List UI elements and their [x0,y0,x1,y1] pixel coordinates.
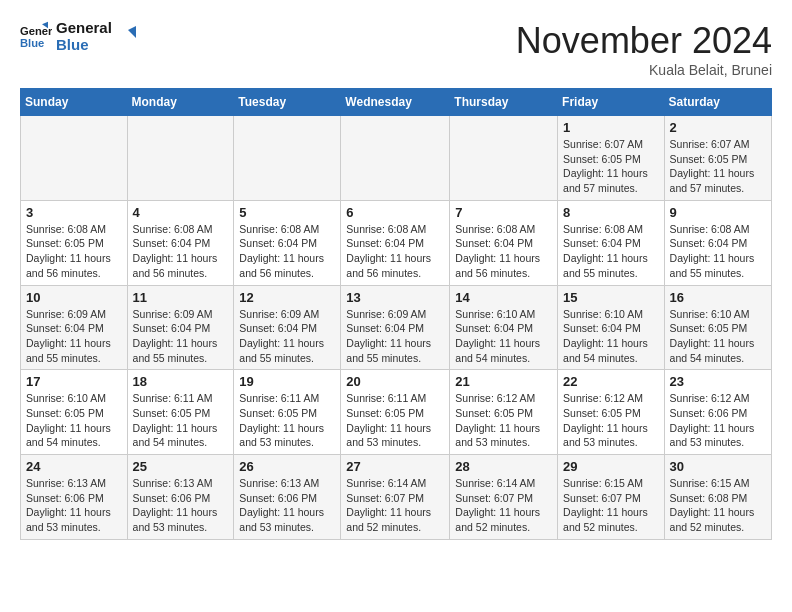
day-number: 10 [26,290,122,305]
calendar-table: SundayMondayTuesdayWednesdayThursdayFrid… [20,88,772,540]
day-info: Sunrise: 6:09 AMSunset: 6:04 PMDaylight:… [239,307,335,366]
day-info: Sunrise: 6:08 AMSunset: 6:04 PMDaylight:… [670,222,766,281]
day-number: 19 [239,374,335,389]
day-number: 27 [346,459,444,474]
day-number: 1 [563,120,659,135]
week-row-1: 1Sunrise: 6:07 AMSunset: 6:05 PMDaylight… [21,116,772,201]
calendar-body: 1Sunrise: 6:07 AMSunset: 6:05 PMDaylight… [21,116,772,540]
day-cell-2: 2Sunrise: 6:07 AMSunset: 6:05 PMDaylight… [664,116,771,201]
day-cell-6: 6Sunrise: 6:08 AMSunset: 6:04 PMDaylight… [341,200,450,285]
day-cell-1: 1Sunrise: 6:07 AMSunset: 6:05 PMDaylight… [558,116,665,201]
day-number: 15 [563,290,659,305]
day-cell-21: 21Sunrise: 6:12 AMSunset: 6:05 PMDayligh… [450,370,558,455]
day-info: Sunrise: 6:15 AMSunset: 6:08 PMDaylight:… [670,476,766,535]
day-info: Sunrise: 6:12 AMSunset: 6:05 PMDaylight:… [563,391,659,450]
day-cell-14: 14Sunrise: 6:10 AMSunset: 6:04 PMDayligh… [450,285,558,370]
day-cell-10: 10Sunrise: 6:09 AMSunset: 6:04 PMDayligh… [21,285,128,370]
logo-text-general: General [56,20,112,37]
title-block: November 2024 Kuala Belait, Brunei [516,20,772,78]
day-info: Sunrise: 6:08 AMSunset: 6:04 PMDaylight:… [133,222,229,281]
day-info: Sunrise: 6:10 AMSunset: 6:04 PMDaylight:… [455,307,552,366]
day-number: 2 [670,120,766,135]
logo-text-blue: Blue [56,37,112,54]
page-header: General Blue General Blue November 2024 … [20,20,772,78]
calendar-header-row: SundayMondayTuesdayWednesdayThursdayFrid… [21,89,772,116]
day-cell-17: 17Sunrise: 6:10 AMSunset: 6:05 PMDayligh… [21,370,128,455]
day-cell-13: 13Sunrise: 6:09 AMSunset: 6:04 PMDayligh… [341,285,450,370]
day-number: 25 [133,459,229,474]
day-info: Sunrise: 6:13 AMSunset: 6:06 PMDaylight:… [26,476,122,535]
day-info: Sunrise: 6:14 AMSunset: 6:07 PMDaylight:… [455,476,552,535]
day-number: 22 [563,374,659,389]
day-number: 9 [670,205,766,220]
day-cell-15: 15Sunrise: 6:10 AMSunset: 6:04 PMDayligh… [558,285,665,370]
day-cell-28: 28Sunrise: 6:14 AMSunset: 6:07 PMDayligh… [450,455,558,540]
day-info: Sunrise: 6:09 AMSunset: 6:04 PMDaylight:… [346,307,444,366]
logo-bird-icon [114,26,136,48]
empty-cell [450,116,558,201]
day-number: 6 [346,205,444,220]
day-number: 5 [239,205,335,220]
day-cell-26: 26Sunrise: 6:13 AMSunset: 6:06 PMDayligh… [234,455,341,540]
week-row-5: 24Sunrise: 6:13 AMSunset: 6:06 PMDayligh… [21,455,772,540]
month-title: November 2024 [516,20,772,62]
day-cell-27: 27Sunrise: 6:14 AMSunset: 6:07 PMDayligh… [341,455,450,540]
day-number: 28 [455,459,552,474]
day-cell-5: 5Sunrise: 6:08 AMSunset: 6:04 PMDaylight… [234,200,341,285]
day-info: Sunrise: 6:10 AMSunset: 6:05 PMDaylight:… [26,391,122,450]
empty-cell [21,116,128,201]
day-number: 12 [239,290,335,305]
day-number: 16 [670,290,766,305]
svg-text:Blue: Blue [20,37,44,49]
day-info: Sunrise: 6:10 AMSunset: 6:04 PMDaylight:… [563,307,659,366]
day-cell-25: 25Sunrise: 6:13 AMSunset: 6:06 PMDayligh… [127,455,234,540]
column-header-monday: Monday [127,89,234,116]
day-info: Sunrise: 6:08 AMSunset: 6:04 PMDaylight:… [239,222,335,281]
column-header-thursday: Thursday [450,89,558,116]
day-number: 21 [455,374,552,389]
day-info: Sunrise: 6:13 AMSunset: 6:06 PMDaylight:… [133,476,229,535]
day-number: 3 [26,205,122,220]
column-header-friday: Friday [558,89,665,116]
day-number: 13 [346,290,444,305]
day-cell-19: 19Sunrise: 6:11 AMSunset: 6:05 PMDayligh… [234,370,341,455]
day-info: Sunrise: 6:09 AMSunset: 6:04 PMDaylight:… [133,307,229,366]
day-cell-4: 4Sunrise: 6:08 AMSunset: 6:04 PMDaylight… [127,200,234,285]
column-header-tuesday: Tuesday [234,89,341,116]
day-cell-29: 29Sunrise: 6:15 AMSunset: 6:07 PMDayligh… [558,455,665,540]
day-cell-23: 23Sunrise: 6:12 AMSunset: 6:06 PMDayligh… [664,370,771,455]
day-info: Sunrise: 6:08 AMSunset: 6:04 PMDaylight:… [346,222,444,281]
logo-icon: General Blue [20,21,52,53]
empty-cell [341,116,450,201]
location: Kuala Belait, Brunei [516,62,772,78]
day-info: Sunrise: 6:07 AMSunset: 6:05 PMDaylight:… [563,137,659,196]
day-number: 29 [563,459,659,474]
week-row-3: 10Sunrise: 6:09 AMSunset: 6:04 PMDayligh… [21,285,772,370]
day-number: 24 [26,459,122,474]
day-cell-16: 16Sunrise: 6:10 AMSunset: 6:05 PMDayligh… [664,285,771,370]
column-header-saturday: Saturday [664,89,771,116]
day-cell-24: 24Sunrise: 6:13 AMSunset: 6:06 PMDayligh… [21,455,128,540]
empty-cell [234,116,341,201]
day-info: Sunrise: 6:12 AMSunset: 6:06 PMDaylight:… [670,391,766,450]
day-cell-8: 8Sunrise: 6:08 AMSunset: 6:04 PMDaylight… [558,200,665,285]
day-number: 11 [133,290,229,305]
day-cell-18: 18Sunrise: 6:11 AMSunset: 6:05 PMDayligh… [127,370,234,455]
empty-cell [127,116,234,201]
day-info: Sunrise: 6:11 AMSunset: 6:05 PMDaylight:… [133,391,229,450]
week-row-4: 17Sunrise: 6:10 AMSunset: 6:05 PMDayligh… [21,370,772,455]
day-info: Sunrise: 6:10 AMSunset: 6:05 PMDaylight:… [670,307,766,366]
day-info: Sunrise: 6:11 AMSunset: 6:05 PMDaylight:… [239,391,335,450]
day-info: Sunrise: 6:15 AMSunset: 6:07 PMDaylight:… [563,476,659,535]
logo: General Blue General Blue [20,20,136,53]
day-number: 4 [133,205,229,220]
day-cell-22: 22Sunrise: 6:12 AMSunset: 6:05 PMDayligh… [558,370,665,455]
svg-marker-3 [128,26,136,38]
day-cell-11: 11Sunrise: 6:09 AMSunset: 6:04 PMDayligh… [127,285,234,370]
day-number: 26 [239,459,335,474]
column-header-sunday: Sunday [21,89,128,116]
day-cell-20: 20Sunrise: 6:11 AMSunset: 6:05 PMDayligh… [341,370,450,455]
day-cell-3: 3Sunrise: 6:08 AMSunset: 6:05 PMDaylight… [21,200,128,285]
day-cell-30: 30Sunrise: 6:15 AMSunset: 6:08 PMDayligh… [664,455,771,540]
day-info: Sunrise: 6:08 AMSunset: 6:05 PMDaylight:… [26,222,122,281]
